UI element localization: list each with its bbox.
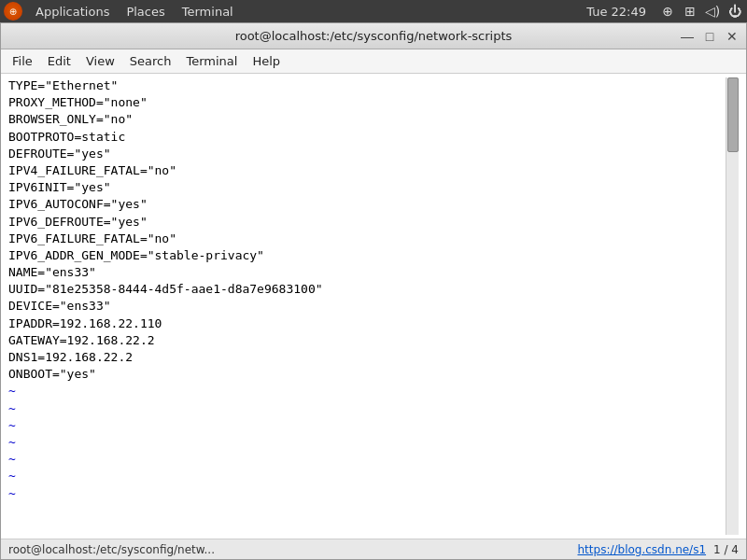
crosshair-icon[interactable]: ⊕ — [659, 3, 676, 20]
close-button[interactable]: ✕ — [722, 26, 742, 47]
content-line: IPV6_ADDR_GEN_MODE="stable-privacy" — [8, 248, 264, 262]
menu-terminal[interactable]: Terminal — [178, 51, 245, 71]
menu-file[interactable]: File — [5, 51, 40, 71]
tilde-line: ~ — [8, 452, 16, 466]
content-line: BOOTPROTO=static — [8, 130, 125, 144]
scrollbar[interactable] — [726, 77, 739, 535]
system-bar-right: Tue 22:49 ⊕ ⊞ ◁) ⏻ — [579, 3, 743, 20]
status-bar: root@localhost:/etc/sysconfig/netw... ht… — [1, 539, 746, 559]
content-line: DEFROUTE="yes" — [8, 147, 111, 161]
clock: Tue 22:49 — [579, 5, 654, 19]
terminal-content[interactable]: TYPE="Ethernet" PROXY_METHOD="none" BROW… — [1, 74, 746, 539]
content-line: BROWSER_ONLY="no" — [8, 112, 133, 126]
tilde-line: ~ — [8, 486, 16, 500]
menu-search[interactable]: Search — [122, 51, 179, 71]
status-link[interactable]: https://blog.csdn.ne/s1 — [578, 543, 707, 556]
content-line: UUID="81e25358-8444-4d5f-aae1-d8a7e96831… — [8, 282, 323, 296]
page-info: 1 / 4 — [713, 543, 739, 556]
content-line: IPV6_DEFROUTE="yes" — [8, 215, 148, 229]
system-menu-places[interactable]: Places — [119, 0, 172, 22]
menu-view[interactable]: View — [78, 51, 122, 71]
tilde-line: ~ — [8, 418, 16, 432]
terminal-text: TYPE="Ethernet" PROXY_METHOD="none" BROW… — [8, 77, 726, 535]
maximize-button[interactable]: □ — [699, 26, 720, 47]
tilde-line: ~ — [8, 384, 16, 398]
content-line: IPADDR=192.168.22.110 — [8, 316, 162, 330]
title-bar: root@localhost:/etc/sysconfig/network-sc… — [1, 23, 746, 49]
system-bar-left: ⊕ Applications Places Terminal — [4, 0, 241, 22]
content-line: DEVICE="ens33" — [8, 299, 111, 313]
tilde-line: ~ — [8, 435, 16, 449]
content-line: GATEWAY=192.168.22.2 — [8, 333, 155, 347]
content-line: IPV6INIT="yes" — [8, 180, 111, 194]
system-bar: ⊕ Applications Places Terminal Tue 22:49… — [0, 0, 747, 22]
os-logo: ⊕ — [4, 2, 22, 21]
system-menu-applications[interactable]: Applications — [28, 0, 117, 22]
system-menu-terminal[interactable]: Terminal — [175, 0, 241, 22]
scrollbar-thumb[interactable] — [727, 77, 739, 152]
content-line: ONBOOT="yes" — [8, 367, 96, 381]
content-line: PROXY_METHOD="none" — [8, 95, 148, 109]
terminal-window: root@localhost:/etc/sysconfig/network-sc… — [0, 22, 747, 560]
content-line: TYPE="Ethernet" — [8, 78, 118, 92]
tilde-line: ~ — [8, 401, 16, 415]
content-line: IPV4_FAILURE_FATAL="no" — [8, 163, 176, 177]
content-line: IPV6_FAILURE_FATAL="no" — [8, 231, 176, 245]
status-path: root@localhost:/etc/sysconfig/netw... — [8, 543, 578, 556]
network-icon[interactable]: ⊞ — [682, 3, 698, 20]
content-line: DNS1=192.168.22.2 — [8, 350, 133, 364]
power-icon[interactable]: ⏻ — [726, 3, 743, 20]
menu-bar: File Edit View Search Terminal Help — [1, 49, 746, 74]
volume-icon[interactable]: ◁) — [704, 3, 721, 20]
menu-help[interactable]: Help — [245, 51, 288, 71]
minimize-button[interactable]: — — [677, 26, 698, 47]
window-controls: — □ ✕ — [677, 26, 742, 47]
menu-edit[interactable]: Edit — [40, 51, 78, 71]
tilde-line: ~ — [8, 469, 16, 483]
window-title: root@localhost:/etc/sysconfig/network-sc… — [235, 29, 513, 43]
content-line: NAME="ens33" — [8, 265, 96, 279]
content-line: IPV6_AUTOCONF="yes" — [8, 197, 148, 211]
